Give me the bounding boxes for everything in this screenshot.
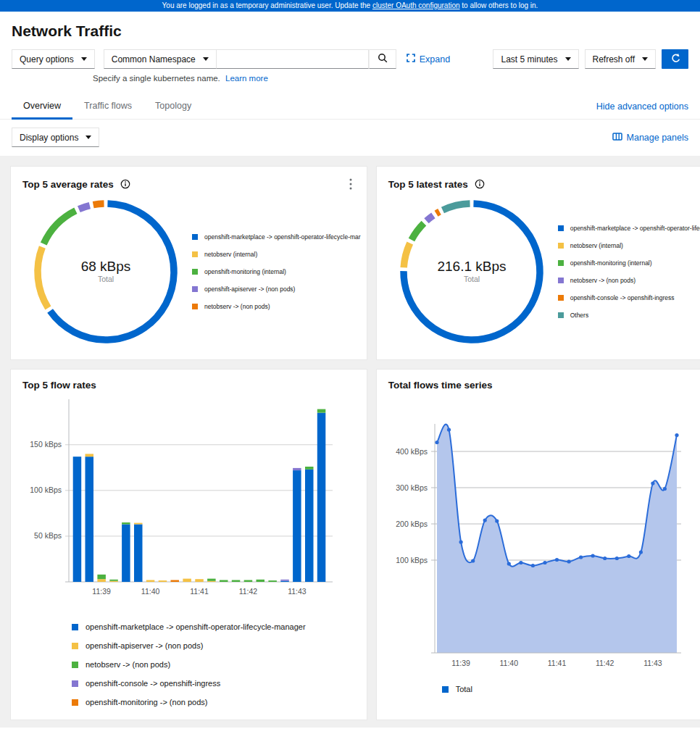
data-point[interactable]: [435, 441, 438, 444]
time-range-dropdown[interactable]: Last 5 minutes: [493, 49, 578, 69]
bar-segment[interactable]: [317, 413, 326, 582]
query-options-dropdown[interactable]: Query options: [12, 49, 95, 69]
data-point[interactable]: [447, 428, 451, 431]
legend-item: netobserv -> (non pods): [558, 277, 700, 284]
search-input[interactable]: [217, 49, 369, 69]
bar-segment[interactable]: [122, 522, 130, 525]
learn-more-link[interactable]: Learn more: [225, 74, 268, 83]
expand-link[interactable]: Expand: [407, 54, 450, 64]
legend-swatch: [192, 286, 198, 292]
legend-label: openshift-monitoring (internal): [570, 259, 652, 267]
donut-slice[interactable]: [436, 212, 440, 214]
data-point[interactable]: [591, 554, 594, 557]
data-point[interactable]: [519, 561, 522, 564]
x-axis-tick-label: 11:40: [141, 587, 160, 596]
bar-segment[interactable]: [293, 470, 301, 582]
data-point[interactable]: [543, 561, 546, 564]
donut-slice[interactable]: [93, 204, 104, 205]
bar-segment[interactable]: [97, 579, 106, 582]
display-options-dropdown[interactable]: Display options: [12, 128, 99, 147]
bar-segment[interactable]: [305, 470, 314, 582]
bar-segment[interactable]: [86, 454, 94, 457]
refresh-interval-label: Refresh off: [593, 54, 635, 64]
bar-segment[interactable]: [268, 580, 277, 582]
data-point[interactable]: [483, 518, 486, 522]
data-point[interactable]: [471, 559, 475, 562]
data-point[interactable]: [638, 550, 642, 554]
bar-segment[interactable]: [280, 580, 289, 581]
bar-segment[interactable]: [159, 580, 167, 582]
search-button[interactable]: [369, 49, 396, 69]
data-point[interactable]: [555, 558, 559, 562]
legend-item: openshift-apiserver -> (non pods): [72, 641, 367, 650]
data-point[interactable]: [675, 433, 678, 437]
legend-item: openshift-marketplace -> openshift-opera…: [558, 225, 700, 232]
bar-segment[interactable]: [183, 579, 191, 582]
flow-rates-bar-chart: 50 kBps100 kBps150 kBps11:3911:4011:4111…: [17, 395, 337, 612]
donut-slice[interactable]: [443, 204, 470, 210]
hide-advanced-options-link[interactable]: Hide advanced options: [596, 101, 688, 112]
bar-segment[interactable]: [207, 579, 216, 581]
refresh-button[interactable]: [662, 49, 688, 69]
bar-segment[interactable]: [109, 580, 118, 581]
tab-overview[interactable]: Overview: [12, 93, 72, 120]
bar-segment[interactable]: [220, 580, 228, 583]
bar-segment[interactable]: [207, 581, 216, 582]
bar-segment[interactable]: [257, 580, 265, 582]
legend-swatch: [72, 624, 78, 630]
data-point[interactable]: [614, 556, 618, 560]
legend-swatch: [192, 269, 198, 275]
legend-item: openshift-monitoring -> (non pods): [72, 698, 367, 706]
info-icon[interactable]: [120, 179, 130, 189]
tab-traffic-flows[interactable]: Traffic flows: [72, 93, 143, 120]
data-point[interactable]: [603, 556, 607, 560]
bar-segment[interactable]: [134, 525, 143, 583]
bar-segment[interactable]: [86, 457, 94, 582]
legend-swatch: [558, 243, 564, 249]
total-flows-area-chart: 100 kBps200 kBps300 kBps400 kBps11:3911:…: [383, 414, 700, 682]
data-point[interactable]: [651, 481, 654, 485]
data-point[interactable]: [459, 540, 462, 543]
oauth-config-link[interactable]: cluster OAuth configuration: [372, 1, 460, 9]
donut-slice[interactable]: [404, 243, 410, 267]
manage-panels-link[interactable]: Manage panels: [612, 132, 688, 143]
data-point[interactable]: [579, 555, 583, 559]
data-point[interactable]: [495, 519, 499, 522]
legend-label: netobserv -> (non pods): [86, 660, 170, 669]
bar-segment[interactable]: [146, 580, 155, 583]
panel-top5-flow-rates: Top 5 flow rates 50 kBps100 kBps150 kBps…: [10, 369, 367, 720]
bar-segment[interactable]: [134, 523, 143, 525]
bar-segment[interactable]: [73, 457, 82, 582]
info-icon[interactable]: [475, 179, 485, 189]
legend-swatch: [558, 278, 564, 283]
donut-slice[interactable]: [426, 215, 433, 220]
x-axis-tick-label: 11:43: [643, 659, 662, 667]
bar-segment[interactable]: [97, 575, 106, 579]
data-point[interactable]: [567, 559, 570, 563]
legend-item: openshift-console -> openshift-ingress: [558, 294, 700, 301]
bar-segment[interactable]: [280, 581, 289, 582]
bar-segment[interactable]: [232, 580, 241, 583]
donut-slice[interactable]: [412, 223, 424, 240]
legend-label: netobserv (internal): [570, 242, 623, 249]
bar-segment[interactable]: [195, 579, 204, 582]
filter-type-dropdown[interactable]: Common Namespace: [104, 49, 217, 69]
bar-segment[interactable]: [293, 468, 301, 470]
bar-segment[interactable]: [122, 525, 130, 583]
data-point[interactable]: [507, 562, 510, 565]
donut-slice[interactable]: [79, 206, 90, 209]
data-point[interactable]: [662, 487, 666, 491]
bar-segment[interactable]: [244, 580, 253, 583]
data-point[interactable]: [627, 554, 630, 558]
tab-topology[interactable]: Topology: [143, 93, 203, 120]
bar-segment[interactable]: [171, 580, 180, 583]
y-axis-tick-label: 300 kBps: [396, 483, 428, 492]
refresh-interval-dropdown[interactable]: Refresh off: [585, 49, 656, 69]
bar-segment[interactable]: [109, 581, 118, 582]
donut-slice[interactable]: [38, 247, 48, 308]
kebab-menu-icon[interactable]: [346, 177, 355, 191]
bar-segment[interactable]: [317, 409, 326, 413]
donut-slice[interactable]: [43, 211, 75, 244]
bar-segment[interactable]: [305, 467, 314, 470]
data-point[interactable]: [530, 564, 534, 567]
